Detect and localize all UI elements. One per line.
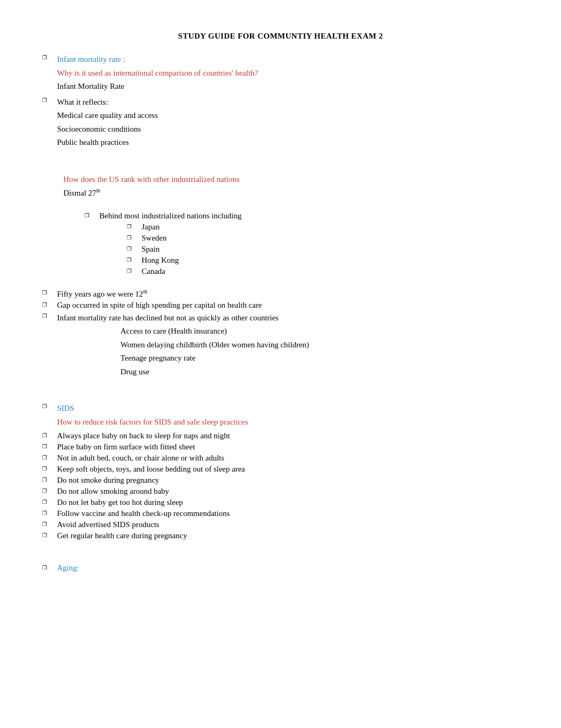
bullet-icon-sids-9: ❐ bbox=[42, 520, 57, 527]
what-reflects-item-1: Medical care quality and access bbox=[57, 109, 519, 122]
bullet-gap: ❐ Gap occurred in spite of high spending… bbox=[42, 301, 519, 310]
declined-content: Infant mortality rate has declined but n… bbox=[57, 312, 519, 380]
bullet-icon-1: ❐ bbox=[42, 53, 57, 60]
bullet-icon-sids-3: ❐ bbox=[42, 454, 57, 460]
us-rank-answer: Dismal 27th bbox=[63, 187, 519, 199]
bullet-sids-item-6: ❐ Do not allow smoking around baby bbox=[42, 487, 519, 496]
sids-item-2: Place baby on firm surface with fitted s… bbox=[57, 443, 195, 451]
sids-item-10: Get regular health care during pregnancy bbox=[57, 531, 187, 540]
bullet-hong-kong: ❐ Hong Kong bbox=[127, 256, 519, 265]
bullet-icon-aging: ❐ bbox=[42, 564, 57, 570]
bullet-icon-sids-7: ❐ bbox=[42, 498, 57, 505]
bullet-icon-canada: ❐ bbox=[127, 267, 142, 274]
behind-nations-list: ❐ Japan ❐ Sweden ❐ Spain ❐ Hong Kong ❐ bbox=[127, 223, 519, 276]
sids-item-7: Do not let baby get too hot during sleep bbox=[57, 498, 183, 507]
sweden-label: Sweden bbox=[142, 234, 167, 243]
bullet-icon-2: ❐ bbox=[42, 96, 57, 103]
bullet-japan: ❐ Japan bbox=[127, 223, 519, 232]
bullet-icon-sids-8: ❐ bbox=[42, 509, 57, 516]
canada-label: Canada bbox=[142, 267, 165, 276]
bullet-sids-item-4: ❐ Keep soft objects, toys, and loose bed… bbox=[42, 465, 519, 474]
bullet-sids-item-2: ❐ Place baby on firm surface with fitted… bbox=[42, 443, 519, 451]
bullet-declined: ❐ Infant mortality rate has declined but… bbox=[42, 312, 519, 380]
sids-item-3: Not in adult bed, couch, or chair alone … bbox=[57, 454, 225, 463]
sids-item-8: Follow vaccine and health check-up recom… bbox=[57, 509, 230, 518]
declined-subitem-1: Access to care (Health insurance) bbox=[120, 325, 519, 337]
what-reflects-item-3: Public health practices bbox=[57, 136, 519, 149]
japan-label: Japan bbox=[142, 223, 160, 232]
bullet-spain: ❐ Spain bbox=[127, 245, 519, 254]
bullet-aging: ❐ Aging: bbox=[42, 564, 519, 573]
infant-mortality-section: ❐ Infant mortality rate : Why is it used… bbox=[42, 53, 519, 150]
bullet-sids-item-3: ❐ Not in adult bed, couch, or chair alon… bbox=[42, 454, 519, 463]
bullet-icon-sweden: ❐ bbox=[127, 234, 142, 241]
bullet-icon-fifty: ❐ bbox=[42, 289, 57, 296]
bullet-icon-sids-10: ❐ bbox=[42, 531, 57, 538]
aging-label: Aging: bbox=[57, 564, 79, 572]
bullet-fifty-years: ❐ Fifty years ago we were 12th bbox=[42, 289, 519, 299]
bullet-sids-item-9: ❐ Avoid advertised SIDS products bbox=[42, 520, 519, 529]
sids-content: SIDS How to reduce risk factors for SIDS… bbox=[57, 402, 519, 429]
us-rank-section: How does the US rank with other industri… bbox=[42, 173, 519, 380]
bullet-icon-sids-1: ❐ bbox=[42, 431, 57, 438]
us-rank-sup: th bbox=[96, 188, 100, 193]
bullet-sids-header: ❐ SIDS How to reduce risk factors for SI… bbox=[42, 402, 519, 429]
declined-text: Infant mortality rate has declined but n… bbox=[57, 312, 519, 324]
bullet-icon-sids-5: ❐ bbox=[42, 476, 57, 483]
bullet-icon-sids: ❐ bbox=[42, 402, 57, 409]
bullet-icon-sids-4: ❐ bbox=[42, 465, 57, 472]
behind-nations-block: ❐ Behind most industrialized nations inc… bbox=[85, 211, 519, 276]
declined-subitems: Access to care (Health insurance) Women … bbox=[120, 325, 519, 377]
bullet-sids-item-8: ❐ Follow vaccine and health check-up rec… bbox=[42, 509, 519, 518]
what-reflects-item-2: Socioeconomic conditions bbox=[57, 123, 519, 135]
what-reflects-content: What it reflects: Medical care quality a… bbox=[57, 96, 519, 150]
behind-label: Behind most industrialized nations inclu… bbox=[99, 211, 519, 220]
declined-subitem-4: Drug use bbox=[120, 366, 519, 378]
bullet-icon-spain: ❐ bbox=[127, 245, 142, 252]
sids-item-9: Avoid advertised SIDS products bbox=[57, 520, 159, 529]
bullet-behind: ❐ Behind most industrialized nations inc… bbox=[85, 211, 519, 220]
infant-mortality-content: Infant mortality rate : Why is it used a… bbox=[57, 53, 519, 94]
bullet-icon-behind: ❐ bbox=[85, 211, 99, 218]
gap-text: Gap occurred in spite of high spending p… bbox=[57, 301, 519, 310]
aging-section: ❐ Aging: bbox=[42, 564, 519, 573]
bullet-icon-sids-2: ❐ bbox=[42, 443, 57, 449]
sids-item-1: Always place baby on back to sleep for n… bbox=[57, 431, 230, 440]
bullet-canada: ❐ Canada bbox=[127, 267, 519, 276]
bullet-icon-gap: ❐ bbox=[42, 301, 57, 308]
fifty-years-text: Fifty years ago we were 12th bbox=[57, 289, 519, 299]
bullet-sids-item-7: ❐ Do not let baby get too hot during sle… bbox=[42, 498, 519, 507]
why-question: Why is it used as international comparis… bbox=[57, 67, 519, 79]
fifty-years-sup: th bbox=[143, 289, 147, 294]
bullet-sids-item-10: ❐ Get regular health care during pregnan… bbox=[42, 531, 519, 540]
us-rank-question: How does the US rank with other industri… bbox=[63, 173, 519, 186]
declined-subitem-2: Women delaying childbirth (Older women h… bbox=[120, 339, 519, 351]
aging-content: Aging: bbox=[57, 564, 519, 573]
sids-section: ❐ SIDS How to reduce risk factors for SI… bbox=[42, 402, 519, 540]
bullet-infant-mortality: ❐ Infant mortality rate : Why is it used… bbox=[42, 53, 519, 94]
page-title: STUDY GUIDE FOR COMMUNTIY HEALTH EXAM 2 bbox=[42, 32, 519, 41]
sids-reduce-question: How to reduce risk factors for SIDS and … bbox=[57, 416, 519, 428]
sids-item-4: Keep soft objects, toys, and loose beddi… bbox=[57, 465, 245, 474]
sids-label: SIDS bbox=[57, 402, 519, 414]
bullet-what-reflects: ❐ What it reflects: Medical care quality… bbox=[42, 96, 519, 150]
why-answer: Infant Mortality Rate bbox=[57, 80, 519, 93]
bullet-sweden: ❐ Sweden bbox=[127, 234, 519, 243]
what-reflects-label: What it reflects: bbox=[57, 96, 519, 108]
bullet-icon-japan: ❐ bbox=[127, 223, 142, 229]
infant-mortality-label: Infant mortality rate : bbox=[57, 53, 519, 66]
hong-kong-label: Hong Kong bbox=[142, 256, 179, 265]
spain-label: Spain bbox=[142, 245, 160, 254]
bullet-sids-item-1: ❐ Always place baby on back to sleep for… bbox=[42, 431, 519, 440]
sids-item-6: Do not allow smoking around baby bbox=[57, 487, 169, 496]
sids-item-5: Do not smoke during pregnancy bbox=[57, 476, 159, 485]
bullet-icon-sids-6: ❐ bbox=[42, 487, 57, 494]
bullet-icon-hong-kong: ❐ bbox=[127, 256, 142, 263]
bullet-sids-item-5: ❐ Do not smoke during pregnancy bbox=[42, 476, 519, 485]
bullet-icon-declined: ❐ bbox=[42, 312, 57, 319]
declined-subitem-3: Teenage pregnancy rate bbox=[120, 352, 519, 364]
